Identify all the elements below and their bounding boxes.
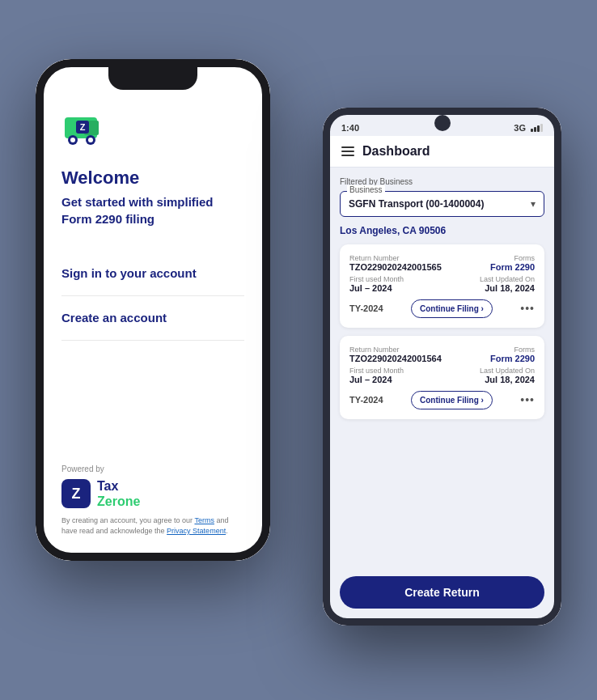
dashboard-header: Dashboard (330, 136, 554, 168)
card2-last-updated-value: Jul 18, 2024 (480, 375, 535, 384)
card1-more-icon[interactable]: ••• (520, 302, 535, 315)
card2-forms-label: Forms (490, 346, 535, 354)
phone1-footer: Powered by Z Tax Zerone By creating an a… (61, 448, 244, 537)
card1-forms-label: Forms (490, 254, 535, 262)
dashboard-title: Dashboard (362, 144, 430, 159)
create-account-link[interactable]: Create an account (61, 311, 167, 325)
create-return-button[interactable]: Create Return (340, 576, 544, 609)
signal-bars-icon (531, 124, 543, 132)
card1-return-number-value: TZO229020242001565 (349, 262, 442, 272)
location-text: Los Angeles, CA 90506 (340, 225, 544, 236)
welcome-subtitle: Get started with simplified Form 2290 fi… (61, 193, 244, 227)
card1-first-used-value: Jul – 2024 (349, 283, 404, 293)
dashboard-content: Filtered by Business Business SGFN Trans… (330, 168, 554, 566)
business-select-value: SGFN Transport (00-1400004) (349, 198, 484, 210)
sign-in-link[interactable]: Sign in to your account (61, 266, 197, 280)
phone1-device: Z Welcome Get started with simplified Fo… (36, 59, 270, 561)
app-logo: Z (61, 108, 107, 153)
business-select-label: Business (347, 185, 385, 194)
signal-label: 3G (514, 123, 526, 133)
svg-point-5 (88, 138, 93, 142)
card2-ty-badge: TY-2024 (349, 395, 383, 405)
create-account-menu-item[interactable]: Create an account (61, 296, 244, 341)
status-right: 3G (514, 123, 543, 133)
chevron-down-icon: ▾ (531, 198, 536, 210)
taxzerone-icon: Z (61, 479, 91, 508)
card2-forms-value: Form 2290 (490, 354, 535, 363)
card2-return-number-value: TZO229020242001564 (349, 354, 442, 363)
taxzerone-logo: Z Tax Zerone (61, 478, 244, 509)
phone2-device: 1:40 3G Dashboard Filtered by Business (323, 108, 561, 626)
card2-row1: Return Number TZO229020242001564 Forms F… (349, 346, 535, 363)
powered-by-label: Powered by (61, 465, 244, 473)
svg-text:Z: Z (80, 122, 86, 132)
card1-ty-badge: TY-2024 (349, 303, 383, 313)
welcome-heading: Welcome (61, 168, 244, 189)
brand-tax: Tax (97, 478, 140, 494)
card2-last-updated-label: Last Updated On (480, 367, 535, 375)
card1-last-updated-value: Jul 18, 2024 (480, 283, 535, 293)
card2-more-icon[interactable]: ••• (520, 393, 535, 406)
card1-row2: First used Month Jul – 2024 Last Updated… (349, 275, 535, 293)
taxzerone-brand-text: Tax Zerone (97, 478, 140, 509)
card2-return-number-label: Return Number (349, 346, 442, 354)
card2-first-used-label: First used Month (349, 367, 404, 375)
dashboard-footer: Create Return (330, 566, 554, 618)
card1-row1: Return Number TZO229020242001565 Forms F… (349, 254, 535, 272)
phone1-notch (108, 67, 197, 90)
hamburger-icon[interactable] (341, 146, 354, 156)
terms-link[interactable]: Terms (194, 516, 214, 524)
phone1-screen: Z Welcome Get started with simplified Fo… (44, 67, 262, 553)
status-time: 1:40 (341, 123, 359, 133)
return-card-2: Return Number TZO229020242001564 Forms F… (340, 336, 544, 419)
card1-forms-value: Form 2290 (490, 262, 535, 272)
return-card-1: Return Number TZO229020242001565 Forms F… (340, 244, 544, 328)
card2-bottom-row: TY-2024 Continue Filing › ••• (349, 391, 535, 409)
card1-continue-button[interactable]: Continue Filing › (411, 299, 493, 318)
brand-zerone: Zerone (97, 494, 140, 509)
card2-first-used-value: Jul – 2024 (349, 375, 404, 384)
phone2-screen: 1:40 3G Dashboard Filtered by Business (330, 115, 554, 618)
svg-point-3 (70, 138, 75, 142)
card2-row2: First used Month Jul – 2024 Last Updated… (349, 367, 535, 384)
card1-return-number-label: Return Number (349, 254, 442, 262)
disclaimer-text: By creating an account, you agree to our… (61, 515, 244, 536)
phone2-notch (434, 115, 451, 131)
sign-in-menu-item[interactable]: Sign in to your account (61, 252, 244, 296)
card2-continue-button[interactable]: Continue Filing › (411, 391, 493, 409)
privacy-link[interactable]: Privacy Statement (167, 527, 226, 535)
card1-bottom-row: TY-2024 Continue Filing › ••• (349, 299, 535, 318)
card1-last-updated-label: Last Updated On (480, 275, 535, 283)
card1-first-used-label: First used Month (349, 275, 404, 283)
business-select[interactable]: Business SGFN Transport (00-1400004) ▾ (340, 191, 544, 217)
